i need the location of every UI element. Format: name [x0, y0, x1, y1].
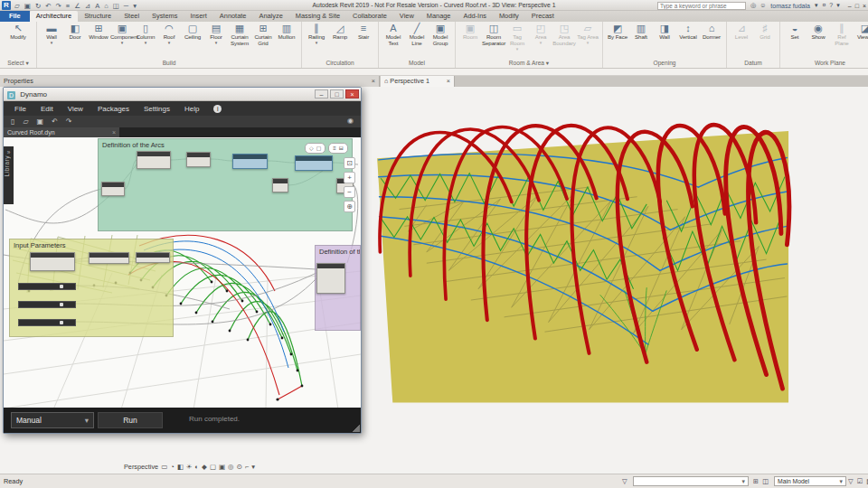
sync-with-central-icon[interactable]: ↻	[35, 2, 41, 10]
ribbon-button-ramp[interactable]: ◿Ramp	[328, 23, 352, 41]
dynamo-close-button[interactable]: ×	[345, 89, 359, 99]
ribbon-button-ref-plane[interactable]: ∥Ref Plane	[830, 23, 854, 47]
ribbon-button-grid[interactable]: ♯Grid	[753, 23, 777, 41]
dynamo-canvas[interactable]: Definition of the Arcs Input Parameters …	[4, 137, 361, 409]
ribbon-button-stair[interactable]: ≡Stair	[352, 23, 375, 41]
minimize-button[interactable]: –	[848, 3, 852, 9]
ribbon-button-shaft[interactable]: ▥Shaft	[629, 23, 653, 41]
search-go-icon[interactable]: ◎	[750, 2, 756, 9]
undo-icon[interactable]: ↶	[52, 117, 58, 126]
ribbon-tab-precast[interactable]: Precast	[525, 11, 561, 22]
number-slider[interactable]	[18, 301, 76, 308]
dynamo-node-selected[interactable]	[295, 155, 333, 171]
ribbon-button-railing[interactable]: ∥Railing▾	[305, 23, 328, 44]
number-slider[interactable]	[18, 319, 76, 326]
more-icon[interactable]: ▾	[251, 463, 255, 472]
filter-icon[interactable]: ▽	[622, 477, 627, 485]
dynamo-node[interactable]	[136, 252, 170, 263]
ribbon-button-room-separator[interactable]: ◫Room Separator	[482, 23, 505, 47]
close-dyn-tab-icon[interactable]: ×	[112, 127, 116, 137]
sun-path-icon[interactable]: ☀	[186, 463, 193, 472]
shadows-icon[interactable]: ◐	[195, 463, 200, 472]
ribbon-button-area-boundary[interactable]: ◳Area Boundary	[552, 23, 576, 47]
crop-region-icon[interactable]: ▣	[219, 463, 225, 472]
geometry-view-toggle[interactable]: ◇▢	[305, 143, 326, 154]
ribbon-button-door[interactable]: ◧Door	[63, 23, 87, 41]
ribbon-tab-structure[interactable]: Structure	[78, 11, 118, 22]
ribbon-tab-steel[interactable]: Steel	[118, 11, 146, 22]
library-panel-collapsed[interactable]: » Library	[4, 146, 14, 204]
dynamo-menu-packages[interactable]: Packages	[98, 105, 129, 113]
ribbon-button-level[interactable]: ⊿Level	[730, 23, 753, 41]
restore-button[interactable]: □	[855, 3, 859, 9]
thin-lines-icon[interactable]: ─	[124, 2, 128, 10]
open-file-icon[interactable]: ▱	[23, 117, 28, 126]
user-menu-caret-icon[interactable]: ▾	[815, 2, 818, 9]
scale-icon[interactable]: ▭	[161, 463, 167, 472]
ribbon-tab-manage[interactable]: Manage	[420, 11, 458, 22]
ribbon-button-ceiling[interactable]: ▢Ceiling	[181, 23, 204, 41]
aligned-dimension-icon[interactable]: ⊿	[85, 2, 90, 10]
ribbon-button-by-face[interactable]: ◩By Face	[606, 23, 629, 41]
ribbon-button-column[interactable]: ▯Column▾	[134, 23, 157, 44]
close-view-icon[interactable]: ×	[447, 76, 450, 87]
app-store-icon[interactable]: ¤	[822, 2, 826, 9]
ribbon-button-mullion[interactable]: ▥Mullion	[275, 23, 298, 41]
ribbon-button-wall[interactable]: ▬Wall▾	[40, 23, 63, 44]
press-drag-icon[interactable]: ☑	[857, 477, 863, 485]
render-icon[interactable]: ◆	[202, 463, 207, 472]
ribbon-button-curtain-system[interactable]: ▦Curtain System	[228, 23, 251, 47]
ribbon-button-window[interactable]: ⊞Window	[87, 23, 110, 41]
zoom-out-button[interactable]: −	[344, 186, 355, 198]
ribbon-button-curtain-grid[interactable]: ⊞Curtain Grid	[251, 23, 275, 47]
ribbon-button-roof[interactable]: ◠Roof▾	[157, 23, 181, 44]
ribbon-button-show[interactable]: ◉Show	[807, 23, 830, 41]
crop-view-icon[interactable]: ▢	[210, 463, 216, 472]
print-icon[interactable]: ≡	[66, 2, 70, 10]
ribbon-button-model-group[interactable]: ▣Model Group	[429, 23, 452, 47]
dynamo-node[interactable]	[186, 152, 211, 167]
ribbon-button-set[interactable]: ◒Set	[783, 23, 807, 41]
ribbon-button-room[interactable]: ▣Room	[458, 23, 482, 41]
dynamo-maximize-button[interactable]: □	[330, 89, 344, 99]
dynamo-window[interactable]: D Dynamo –□× FileEditViewPackagesSetting…	[3, 87, 362, 434]
dynamo-title-bar[interactable]: D Dynamo –□×	[4, 88, 361, 101]
ribbon-tab-add-ins[interactable]: Add-Ins	[457, 11, 492, 22]
ribbon-button-floor[interactable]: ▤Floor▾	[204, 23, 228, 44]
dynamo-node[interactable]	[89, 252, 129, 264]
dynamo-node[interactable]	[137, 151, 171, 169]
save-file-icon[interactable]: ▣	[37, 117, 44, 126]
undo-icon[interactable]: ↶	[45, 2, 51, 10]
ribbon-button-modify[interactable]: ↖Modify	[3, 23, 33, 41]
text-icon[interactable]: A	[95, 2, 99, 10]
signed-in-user[interactable]: tomasz fudala	[770, 3, 810, 9]
dynamo-node[interactable]	[30, 252, 75, 271]
reveal-hidden-icon[interactable]: ⊙	[237, 463, 242, 472]
redo-icon[interactable]: ↷	[55, 2, 61, 10]
dynamo-node[interactable]	[316, 263, 345, 294]
ribbon-button-model-text[interactable]: AModel Text	[382, 23, 405, 47]
ribbon-button-vertical[interactable]: ↕Vertical	[676, 23, 700, 41]
info-icon[interactable]: i	[213, 105, 222, 113]
dynamo-node[interactable]	[272, 178, 288, 192]
detail-level-icon[interactable]: ◔	[170, 463, 175, 472]
window-resize-grip[interactable]	[353, 425, 360, 432]
customize-qat-icon[interactable]: ▾	[133, 2, 137, 10]
dynamo-menu-file[interactable]: File	[14, 105, 26, 113]
save-icon[interactable]: ▣	[24, 2, 31, 10]
ribbon-button-area[interactable]: ◰Area▾	[529, 23, 552, 44]
ribbon-tab-architecture[interactable]: Architecture	[30, 11, 78, 22]
dynamo-menu-settings[interactable]: Settings	[144, 105, 170, 113]
ribbon-tab-modify[interactable]: Modify	[493, 11, 525, 22]
ribbon-tab-analyze[interactable]: Analyze	[252, 11, 288, 22]
ribbon-tab-annotate[interactable]: Annotate	[213, 11, 253, 22]
dynamo-node[interactable]	[101, 182, 125, 196]
workset-combo[interactable]: ▾	[633, 476, 749, 486]
dynamo-minimize-button[interactable]: –	[315, 89, 328, 99]
design-options-icon[interactable]: ◫	[762, 477, 769, 485]
node-view-toggle[interactable]: ≡⊟	[328, 143, 348, 154]
measure-icon[interactable]: ∠	[74, 2, 80, 10]
pan-button[interactable]: ⊕	[344, 201, 355, 212]
design-option-combo[interactable]: Main Model ▾	[774, 476, 846, 486]
temporary-view-properties-icon[interactable]: ⌐	[245, 463, 249, 472]
